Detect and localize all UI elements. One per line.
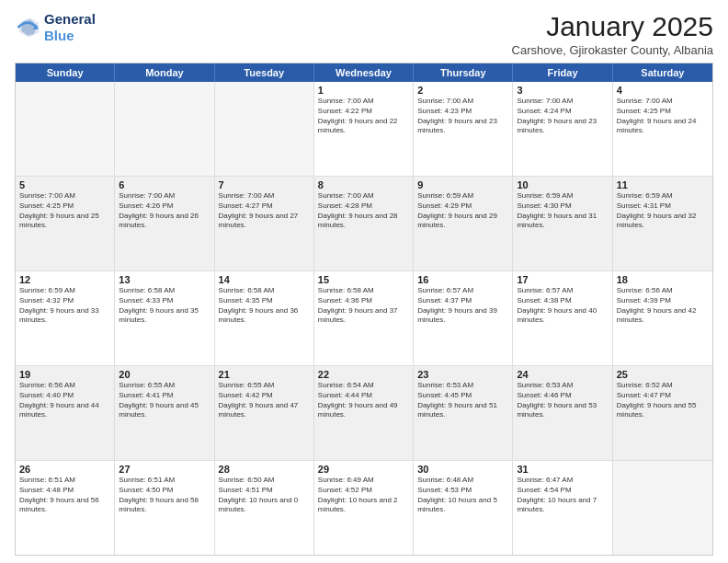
page: General Blue January 2025 Carshove, Gjir… (0, 0, 728, 563)
cell-info: Sunrise: 6:53 AM Sunset: 4:45 PM Dayligh… (417, 381, 508, 420)
day-number: 8 (318, 179, 409, 190)
logo-icon (15, 15, 40, 40)
day-number: 10 (517, 179, 608, 190)
cell-info: Sunrise: 6:59 AM Sunset: 4:29 PM Dayligh… (417, 191, 508, 231)
calendar-cell: 5Sunrise: 7:00 AM Sunset: 4:25 PM Daylig… (16, 177, 115, 270)
day-number: 26 (19, 464, 110, 475)
cell-info: Sunrise: 7:00 AM Sunset: 4:25 PM Dayligh… (617, 97, 709, 136)
cell-info: Sunrise: 6:53 AM Sunset: 4:46 PM Dayligh… (517, 381, 608, 420)
calendar-cell: 18Sunrise: 6:56 AM Sunset: 4:39 PM Dayli… (613, 271, 712, 365)
day-number: 11 (617, 179, 709, 190)
calendar-cell: 12Sunrise: 6:59 AM Sunset: 4:32 PM Dayli… (16, 271, 115, 365)
calendar-cell (613, 461, 712, 555)
weekday-header: Wednesday (314, 63, 414, 82)
calendar-header: SundayMondayTuesdayWednesdayThursdayFrid… (16, 63, 712, 82)
cell-info: Sunrise: 6:52 AM Sunset: 4:47 PM Dayligh… (617, 381, 709, 420)
calendar-cell: 27Sunrise: 6:51 AM Sunset: 4:50 PM Dayli… (115, 461, 214, 555)
day-number: 13 (119, 274, 210, 285)
day-number: 17 (517, 274, 608, 285)
cell-info: Sunrise: 6:48 AM Sunset: 4:53 PM Dayligh… (417, 476, 508, 515)
calendar-cell: 19Sunrise: 6:56 AM Sunset: 4:40 PM Dayli… (16, 366, 115, 460)
calendar-cell (115, 82, 214, 176)
calendar-cell: 25Sunrise: 6:52 AM Sunset: 4:47 PM Dayli… (613, 366, 712, 460)
day-number: 21 (219, 369, 310, 380)
cell-info: Sunrise: 6:58 AM Sunset: 4:33 PM Dayligh… (119, 286, 210, 326)
weekday-header: Friday (513, 63, 612, 82)
calendar-row: 19Sunrise: 6:56 AM Sunset: 4:40 PM Dayli… (16, 366, 712, 461)
logo-line2: Blue (44, 28, 96, 44)
calendar-cell: 26Sunrise: 6:51 AM Sunset: 4:48 PM Dayli… (16, 461, 115, 555)
calendar-cell: 29Sunrise: 6:49 AM Sunset: 4:52 PM Dayli… (314, 461, 414, 555)
day-number: 14 (219, 274, 310, 285)
calendar-cell: 13Sunrise: 6:58 AM Sunset: 4:33 PM Dayli… (115, 271, 214, 365)
day-number: 12 (19, 274, 110, 285)
title-block: January 2025 Carshove, Gjirokaster Count… (512, 11, 713, 57)
day-number: 19 (19, 369, 110, 380)
calendar-row: 1Sunrise: 7:00 AM Sunset: 4:22 PM Daylig… (16, 82, 712, 177)
weekday-header: Monday (115, 63, 214, 82)
day-number: 6 (119, 179, 210, 190)
day-number: 25 (617, 369, 709, 380)
month-title: January 2025 (512, 11, 713, 41)
calendar-body: 1Sunrise: 7:00 AM Sunset: 4:22 PM Daylig… (16, 82, 712, 555)
weekday-header: Tuesday (215, 63, 314, 82)
logo-line1: General (44, 11, 96, 28)
weekday-header: Thursday (414, 63, 513, 82)
calendar-cell: 15Sunrise: 6:58 AM Sunset: 4:36 PM Dayli… (314, 271, 414, 365)
cell-info: Sunrise: 7:00 AM Sunset: 4:22 PM Dayligh… (318, 97, 409, 136)
day-number: 15 (318, 274, 409, 285)
cell-info: Sunrise: 6:55 AM Sunset: 4:41 PM Dayligh… (119, 381, 210, 420)
day-number: 27 (119, 464, 210, 475)
day-number: 2 (417, 85, 508, 96)
cell-info: Sunrise: 6:47 AM Sunset: 4:54 PM Dayligh… (517, 476, 608, 515)
calendar-cell: 11Sunrise: 6:59 AM Sunset: 4:31 PM Dayli… (613, 177, 712, 270)
cell-info: Sunrise: 7:00 AM Sunset: 4:25 PM Dayligh… (19, 191, 110, 231)
cell-info: Sunrise: 6:58 AM Sunset: 4:35 PM Dayligh… (219, 286, 310, 326)
calendar-cell: 16Sunrise: 6:57 AM Sunset: 4:37 PM Dayli… (414, 271, 513, 365)
calendar-cell: 20Sunrise: 6:55 AM Sunset: 4:41 PM Dayli… (115, 366, 214, 460)
day-number: 18 (617, 274, 709, 285)
cell-info: Sunrise: 7:00 AM Sunset: 4:28 PM Dayligh… (318, 191, 409, 231)
calendar-cell: 8Sunrise: 7:00 AM Sunset: 4:28 PM Daylig… (314, 177, 414, 270)
day-number: 24 (517, 369, 608, 380)
cell-info: Sunrise: 6:56 AM Sunset: 4:40 PM Dayligh… (19, 381, 110, 420)
cell-info: Sunrise: 6:57 AM Sunset: 4:38 PM Dayligh… (517, 286, 608, 326)
day-number: 23 (417, 369, 508, 380)
day-number: 28 (219, 464, 310, 475)
calendar-row: 5Sunrise: 7:00 AM Sunset: 4:25 PM Daylig… (16, 177, 712, 271)
calendar-cell: 21Sunrise: 6:55 AM Sunset: 4:42 PM Dayli… (215, 366, 314, 460)
calendar-cell: 2Sunrise: 7:00 AM Sunset: 4:23 PM Daylig… (414, 82, 513, 176)
day-number: 9 (417, 179, 508, 190)
calendar-cell: 6Sunrise: 7:00 AM Sunset: 4:26 PM Daylig… (115, 177, 214, 270)
cell-info: Sunrise: 6:51 AM Sunset: 4:48 PM Dayligh… (19, 476, 110, 515)
calendar-cell: 7Sunrise: 7:00 AM Sunset: 4:27 PM Daylig… (215, 177, 314, 270)
cell-info: Sunrise: 7:00 AM Sunset: 4:26 PM Dayligh… (119, 191, 210, 231)
day-number: 16 (417, 274, 508, 285)
calendar-row: 26Sunrise: 6:51 AM Sunset: 4:48 PM Dayli… (16, 461, 712, 555)
day-number: 4 (617, 85, 709, 96)
calendar-cell: 31Sunrise: 6:47 AM Sunset: 4:54 PM Dayli… (513, 461, 612, 555)
cell-info: Sunrise: 6:58 AM Sunset: 4:36 PM Dayligh… (318, 286, 409, 326)
cell-info: Sunrise: 6:56 AM Sunset: 4:39 PM Dayligh… (617, 286, 709, 326)
logo-text: General Blue (44, 11, 96, 44)
cell-info: Sunrise: 7:00 AM Sunset: 4:24 PM Dayligh… (517, 97, 608, 136)
calendar-cell: 1Sunrise: 7:00 AM Sunset: 4:22 PM Daylig… (314, 82, 414, 176)
calendar-cell: 17Sunrise: 6:57 AM Sunset: 4:38 PM Dayli… (513, 271, 612, 365)
day-number: 1 (318, 85, 409, 96)
cell-info: Sunrise: 7:00 AM Sunset: 4:23 PM Dayligh… (417, 97, 508, 136)
calendar-cell: 9Sunrise: 6:59 AM Sunset: 4:29 PM Daylig… (414, 177, 513, 270)
day-number: 3 (517, 85, 608, 96)
day-number: 5 (19, 179, 110, 190)
cell-info: Sunrise: 6:57 AM Sunset: 4:37 PM Dayligh… (417, 286, 508, 326)
cell-info: Sunrise: 6:51 AM Sunset: 4:50 PM Dayligh… (119, 476, 210, 515)
logo: General Blue (15, 11, 96, 44)
day-number: 29 (318, 464, 409, 475)
calendar-cell: 24Sunrise: 6:53 AM Sunset: 4:46 PM Dayli… (513, 366, 612, 460)
cell-info: Sunrise: 6:59 AM Sunset: 4:32 PM Dayligh… (19, 286, 110, 326)
calendar-cell: 14Sunrise: 6:58 AM Sunset: 4:35 PM Dayli… (215, 271, 314, 365)
day-number: 30 (417, 464, 508, 475)
calendar: SundayMondayTuesdayWednesdayThursdayFrid… (15, 63, 713, 556)
cell-info: Sunrise: 6:59 AM Sunset: 4:30 PM Dayligh… (517, 191, 608, 231)
day-number: 31 (517, 464, 608, 475)
calendar-cell: 3Sunrise: 7:00 AM Sunset: 4:24 PM Daylig… (513, 82, 612, 176)
